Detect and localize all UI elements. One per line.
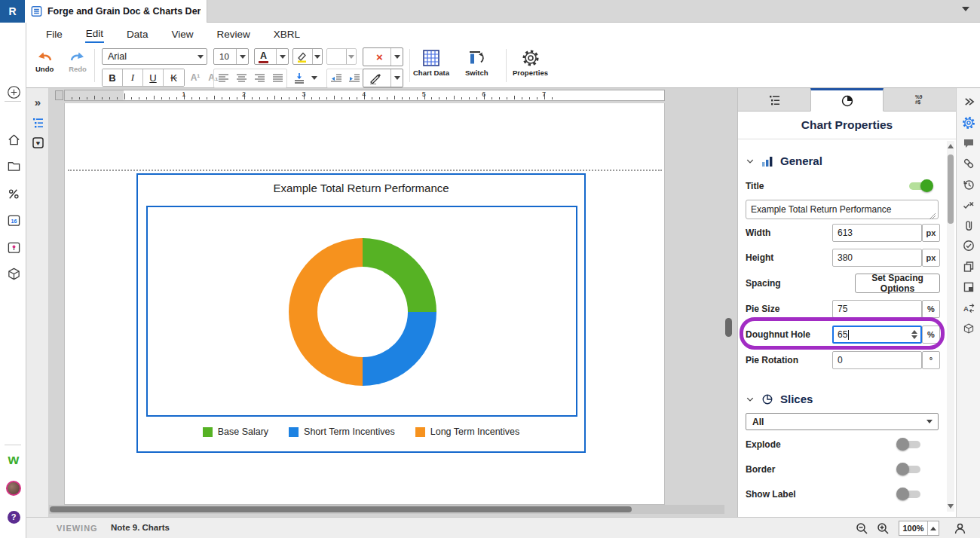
- menu-item-edit[interactable]: Edit: [85, 26, 104, 43]
- scroll-up-icon[interactable]: [948, 144, 954, 148]
- text-style-group: B I U K: [102, 69, 185, 87]
- textarea-resize-grip[interactable]: [929, 213, 936, 219]
- translate-icon[interactable]: A: [962, 301, 975, 315]
- collapse-right-icon[interactable]: [962, 95, 975, 109]
- scroll-down-icon[interactable]: [948, 504, 954, 509]
- align-left-button[interactable]: [214, 69, 232, 87]
- height-input[interactable]: [832, 249, 922, 267]
- pie-rotation-input[interactable]: [832, 351, 922, 369]
- document-tab[interactable]: Forge and Grain Doc & Charts Demo: [25, 0, 207, 23]
- indent-decrease-button[interactable]: [327, 69, 345, 87]
- tab-outline[interactable]: [738, 88, 810, 112]
- chevron-down-icon: [308, 69, 320, 87]
- undo-button[interactable]: Undo: [35, 48, 54, 73]
- format-painter-select[interactable]: [363, 69, 403, 87]
- review-icon[interactable]: [962, 198, 975, 212]
- font-size-select[interactable]: 10: [213, 48, 249, 65]
- show-label-toggle[interactable]: [898, 491, 920, 498]
- attachments-icon[interactable]: [962, 219, 975, 232]
- svg-text:♥: ♥: [35, 139, 39, 147]
- chart-frame[interactable]: Example Total Return Performance Base Sa…: [136, 173, 586, 453]
- align-right-button[interactable]: [250, 69, 268, 87]
- clear-formatting-select[interactable]: ×: [363, 47, 403, 66]
- history-icon[interactable]: [962, 178, 975, 191]
- folder-icon[interactable]: [5, 157, 22, 174]
- font-family-select[interactable]: Arial: [102, 48, 207, 65]
- chart-data-icon: [422, 49, 440, 67]
- outline-icon[interactable]: [30, 115, 45, 130]
- canvas-horizontal-scrollbar[interactable]: [49, 505, 724, 514]
- zoom-in-icon[interactable]: [875, 521, 890, 536]
- bookmark-heart-icon[interactable]: ♥: [30, 135, 45, 150]
- canvas-horizontal-scrollbar-thumb[interactable]: [50, 506, 632, 512]
- expand-right-icon[interactable]: »: [30, 94, 45, 109]
- tab-overflow-caret-icon[interactable]: [962, 7, 969, 11]
- indent-increase-button[interactable]: [345, 69, 363, 87]
- align-justify-button[interactable]: [268, 69, 286, 87]
- bold-button[interactable]: B: [103, 69, 123, 86]
- tab-number-format[interactable]: %9#$: [884, 88, 956, 112]
- superscript-button[interactable]: A¹: [186, 69, 204, 87]
- document-page[interactable]: Example Total Return Performance Base Sa…: [64, 103, 665, 505]
- set-spacing-options-button[interactable]: Set Spacing Options: [855, 274, 940, 293]
- align-center-button[interactable]: [232, 69, 250, 87]
- properties-button[interactable]: Properties: [513, 49, 548, 77]
- stepper-arrows[interactable]: [911, 330, 917, 339]
- user-presence-icon[interactable]: [952, 521, 967, 536]
- chart-data-button[interactable]: Chart Data: [413, 49, 449, 77]
- section-slices[interactable]: Slices: [746, 393, 813, 405]
- tasks-icon[interactable]: [962, 239, 975, 252]
- panel-scrollbar[interactable]: [947, 141, 954, 512]
- highlight-color-select[interactable]: [292, 48, 323, 65]
- slices-select[interactable]: All: [746, 413, 939, 430]
- section-break-line: [68, 170, 662, 171]
- redo-button[interactable]: Redo: [69, 48, 87, 73]
- panel-scrollbar-thumb[interactable]: [948, 154, 954, 224]
- labs-icon[interactable]: [5, 239, 22, 255]
- cube-icon[interactable]: [5, 265, 22, 282]
- menu-item-file[interactable]: File: [45, 26, 63, 42]
- chart-title-input[interactable]: Example Total Return Performance: [746, 200, 939, 219]
- zoom-level-select[interactable]: 100%: [899, 521, 939, 536]
- strikethrough-button[interactable]: K: [164, 69, 184, 86]
- font-color-select[interactable]: A: [254, 48, 289, 65]
- height-unit: px: [922, 249, 940, 267]
- pie-size-input[interactable]: [832, 300, 922, 318]
- menu-item-view[interactable]: View: [171, 26, 194, 42]
- line-spacing-button[interactable]: [290, 69, 320, 87]
- notes-icon[interactable]: [962, 280, 975, 294]
- copy-icon[interactable]: [962, 260, 975, 274]
- title-toggle[interactable]: [909, 182, 932, 190]
- border-toggle[interactable]: [898, 466, 920, 473]
- app-logo[interactable]: R: [0, 0, 25, 23]
- calendar-icon[interactable]: 16: [5, 212, 22, 228]
- tab-chart-properties[interactable]: [810, 88, 883, 112]
- menu-item-data[interactable]: Data: [126, 26, 149, 42]
- zoom-out-icon[interactable]: [854, 521, 869, 536]
- percent-icon[interactable]: [5, 185, 22, 202]
- donut-chart[interactable]: [289, 238, 436, 386]
- link-icon[interactable]: [962, 157, 975, 170]
- explode-toggle[interactable]: [898, 441, 920, 448]
- add-icon[interactable]: [5, 84, 22, 100]
- underline-button[interactable]: U: [143, 69, 164, 86]
- help-icon[interactable]: ?: [5, 509, 22, 525]
- doughnut-hole-input[interactable]: 65: [832, 326, 922, 344]
- chevron-down-icon: [194, 49, 207, 64]
- number-format-tab-icon: %9#$: [913, 93, 926, 105]
- width-input[interactable]: [832, 224, 922, 242]
- settings-gear-icon[interactable]: [962, 116, 975, 130]
- spacing-row: Spacing Set Spacing Options: [746, 274, 940, 292]
- menu-item-xbrl[interactable]: XBRL: [273, 26, 301, 42]
- objects-icon[interactable]: [962, 322, 975, 335]
- home-icon[interactable]: [5, 131, 22, 148]
- canvas-vertical-scrollbar-thumb[interactable]: [725, 318, 732, 337]
- italic-button[interactable]: I: [123, 69, 143, 86]
- section-general[interactable]: General: [746, 154, 822, 167]
- style-select[interactable]: [326, 48, 357, 65]
- wdesk-logo[interactable]: w: [5, 451, 22, 468]
- user-avatar[interactable]: [5, 480, 22, 497]
- comments-icon[interactable]: [962, 136, 975, 150]
- menu-item-review[interactable]: Review: [216, 26, 251, 42]
- switch-button[interactable]: Switch: [465, 49, 488, 77]
